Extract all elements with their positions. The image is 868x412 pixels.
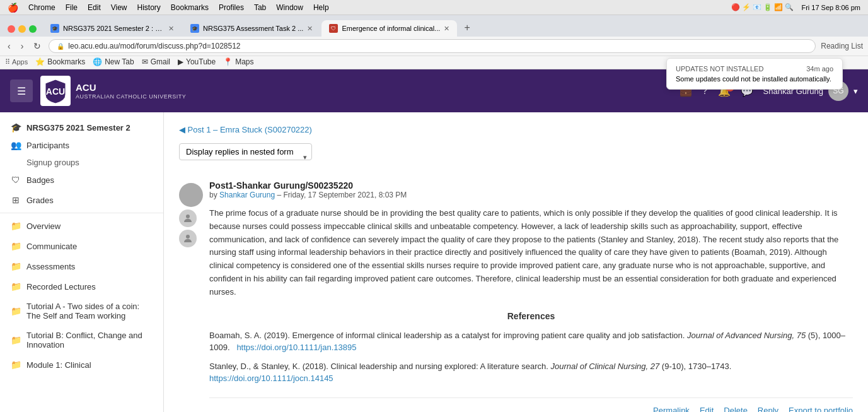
acu-logo: ACU ACU AUSTRALIAN CATHOLIC UNIVERSITY [40, 76, 186, 106]
post-title: Post1-Shankar Gurung/S00235220 [209, 180, 407, 191]
reply-action[interactable]: Reply [758, 406, 778, 412]
mac-menu-view[interactable]: View [111, 3, 127, 12]
post-body-text: The prime focus of a graduate nurse shou… [209, 207, 853, 299]
bookmark-youtube[interactable]: ▶ YouTube [178, 57, 216, 66]
mac-menu-profiles[interactable]: Profiles [219, 3, 244, 12]
references-section: References Boamah, S. A. (2019). Emergen… [209, 309, 853, 385]
mac-menu-help[interactable]: Help [313, 3, 329, 12]
tutorial-b-label: Tutorial B: Conflict, Change and Innovat… [26, 331, 153, 350]
sidebar-item-recorded-lectures[interactable]: 📁 Recorded Lectures [0, 276, 163, 297]
bookmark-gmail[interactable]: ✉ Gmail [142, 57, 170, 66]
mac-menu-file[interactable]: File [66, 3, 78, 12]
svg-point-1 [186, 215, 190, 218]
tab-2[interactable]: 🎓 NRSG375 Assessment Task 2 ... ✕ [183, 20, 320, 37]
back-button[interactable]: ‹ [5, 40, 13, 52]
sidebar-item-module-1[interactable]: 📁 Module 1: Clinical [0, 355, 163, 375]
edit-action[interactable]: Edit [700, 406, 714, 412]
reading-list-button[interactable]: Reading List [821, 42, 863, 50]
reference-2: Stanley, D., & Stanley, K. (2018). Clini… [209, 360, 853, 385]
post-container: Post1-Shankar Gurung/S00235220 by Shanka… [179, 180, 853, 412]
sidebar-course-title[interactable]: 🎓 NRSG375 2021 Semester 2 [0, 117, 163, 135]
sidebar-item-grades[interactable]: ⊞ Grades [0, 190, 163, 210]
post-date: Friday, 17 September 2021, 8:03 PM [283, 191, 407, 199]
assessments-icon: 📁 [10, 261, 21, 271]
tab-3-title: Emergence of informal clinical... [342, 25, 440, 32]
reference-2-url[interactable]: https://doi.org/10.1111/jocn.14145 [209, 374, 333, 383]
apps-icon[interactable]: ⠿ Apps [5, 58, 28, 66]
back-link-top[interactable]: ◀ Post 1 – Emra Stuck (S00270222) [179, 125, 853, 134]
address-url: leo.acu.edu.au/mod/forum/discuss.php?d=1… [68, 42, 240, 50]
tab-2-close[interactable]: ✕ [307, 25, 313, 33]
hamburger-menu-button[interactable]: ☰ [10, 79, 33, 102]
window-controls[interactable] [5, 25, 42, 37]
tab-row: 🎓 NRSG375 2021 Semester 2 : P... ✕ 🎓 NRS… [5, 19, 863, 37]
delete-action[interactable]: Delete [724, 406, 748, 412]
reference-1: Boamah, S. A. (2019). Emergence of infor… [209, 329, 853, 354]
mac-system-icons: 🔴 ⚡ 📧 🔋 📶 🔍 [731, 3, 794, 11]
sidebar-item-participants[interactable]: 👥 Participants [0, 135, 163, 155]
tab-2-title: NRSG375 Assessment Task 2 ... [203, 25, 303, 32]
lock-icon: 🔒 [57, 43, 64, 50]
maximize-window-btn[interactable] [29, 25, 37, 33]
address-bar[interactable]: 🔒 leo.acu.edu.au/mod/forum/discuss.php?d… [49, 39, 816, 53]
communicate-label: Communicate [26, 242, 77, 251]
acu-logo-svg: ACU [44, 78, 67, 103]
sidebar-item-communicate[interactable]: 📁 Communicate [0, 236, 163, 256]
forward-button[interactable]: › [18, 40, 26, 52]
badges-label: Badges [26, 175, 54, 185]
badges-icon: 🛡 [10, 175, 21, 185]
replies-dropdown[interactable]: Display replies in nested form [179, 143, 312, 160]
sidebar-item-overview[interactable]: 📁 Overview [0, 216, 163, 236]
updates-title: UPDATES NOT INSTALLED [676, 65, 763, 73]
apple-icon[interactable]: 🍎 [8, 3, 18, 13]
new-tab-button[interactable]: + [458, 19, 476, 37]
bookmark-newtab[interactable]: 🌐 New Tab [93, 57, 134, 66]
sidebar-item-signup-groups[interactable]: Signup groups [0, 155, 163, 170]
tutorial-a-icon: 📁 [10, 306, 21, 316]
grades-icon: ⊞ [10, 195, 21, 205]
reload-button[interactable]: ↻ [31, 40, 43, 52]
sidebar-item-badges[interactable]: 🛡 Badges [0, 170, 163, 190]
post-byline: by Shankar Gurung – Friday, 17 September… [209, 191, 407, 199]
reference-2-text: Stanley, D., & Stanley, K. (2018). Clini… [209, 362, 548, 371]
user-dropdown-arrow[interactable]: ▾ [854, 86, 858, 96]
address-bar-row: ‹ › ↻ 🔒 leo.acu.edu.au/mod/forum/discuss… [0, 37, 868, 56]
permalink-action[interactable]: Permalink [653, 406, 690, 412]
updates-popup-header: UPDATES NOT INSTALLED 34m ago [676, 65, 833, 73]
sidebar-item-assessments[interactable]: 📁 Assessments [0, 256, 163, 276]
mac-menu-bookmarks[interactable]: Bookmarks [171, 3, 209, 12]
references-title: References [209, 309, 853, 323]
tab-1[interactable]: 🎓 NRSG375 2021 Semester 2 : P... ✕ [43, 20, 182, 37]
bookmark-bookmarks[interactable]: ⭐ Bookmarks [35, 57, 85, 66]
acu-logo-text-block: ACU AUSTRALIAN CATHOLIC UNIVERSITY [76, 82, 186, 100]
mac-menu-tab[interactable]: Tab [254, 3, 266, 12]
close-window-btn[interactable] [8, 25, 15, 33]
lms-layout: 🎓 NRSG375 2021 Semester 2 👥 Participants… [0, 112, 868, 412]
tab-3-close[interactable]: ✕ [444, 25, 449, 33]
mac-menu-window[interactable]: Window [276, 3, 303, 12]
course-icon: 🎓 [10, 122, 21, 132]
tutorial-b-icon: 📁 [10, 335, 21, 345]
export-action[interactable]: Export to portfolio [789, 406, 853, 412]
mac-menu-chrome[interactable]: Chrome [28, 3, 55, 12]
acu-logo-name: ACU [76, 82, 186, 93]
updates-time: 34m ago [806, 65, 833, 73]
tab-1-close[interactable]: ✕ [168, 25, 174, 33]
sidebar-item-tutorial-b[interactable]: 📁 Tutorial B: Conflict, Change and Innov… [0, 326, 163, 355]
topnav-left: ☰ ACU ACU AUSTRALIAN CATHOLIC UNIVERSITY [10, 76, 186, 106]
post-author-link[interactable]: Shankar Gurung [219, 191, 275, 199]
tab-3[interactable]: 🛡 Emergence of informal clinical... ✕ [321, 20, 457, 37]
post-by-text: by [209, 191, 217, 199]
main-content: ◀ Post 1 – Emra Stuck (S00270222) Displa… [164, 112, 868, 412]
minimize-window-btn[interactable] [18, 25, 26, 33]
mac-menu-edit[interactable]: Edit [88, 3, 101, 12]
post-content: Post1-Shankar Gurung/S00235220 by Shanka… [209, 180, 853, 412]
reference-1-url[interactable]: https://doi.org/10.1111/jan.13895 [236, 343, 356, 352]
grades-label: Grades [26, 196, 54, 205]
reply-avatar-2 [179, 230, 197, 247]
sidebar-item-tutorial-a[interactable]: 📁 Tutorial A - Two sides of a coin: The … [0, 297, 163, 326]
svg-point-2 [186, 235, 190, 238]
bookmark-maps[interactable]: 📍 Maps [223, 57, 253, 66]
sidebar: 🎓 NRSG375 2021 Semester 2 👥 Participants… [0, 112, 164, 412]
mac-menu-history[interactable]: History [137, 3, 161, 12]
